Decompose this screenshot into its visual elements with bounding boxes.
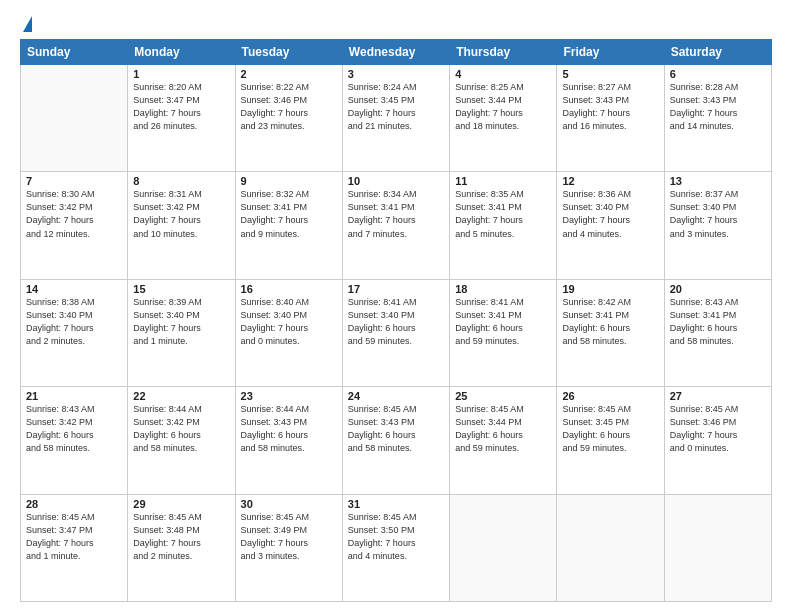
page: SundayMondayTuesdayWednesdayThursdayFrid… bbox=[0, 0, 792, 612]
calendar-cell: 23Sunrise: 8:44 AM Sunset: 3:43 PM Dayli… bbox=[235, 387, 342, 494]
day-info: Sunrise: 8:42 AM Sunset: 3:41 PM Dayligh… bbox=[562, 296, 658, 348]
day-info: Sunrise: 8:40 AM Sunset: 3:40 PM Dayligh… bbox=[241, 296, 337, 348]
day-number: 20 bbox=[670, 283, 766, 295]
day-number: 26 bbox=[562, 390, 658, 402]
calendar-cell: 17Sunrise: 8:41 AM Sunset: 3:40 PM Dayli… bbox=[342, 279, 449, 386]
day-info: Sunrise: 8:45 AM Sunset: 3:43 PM Dayligh… bbox=[348, 403, 444, 455]
calendar-cell: 4Sunrise: 8:25 AM Sunset: 3:44 PM Daylig… bbox=[450, 65, 557, 172]
calendar-cell: 2Sunrise: 8:22 AM Sunset: 3:46 PM Daylig… bbox=[235, 65, 342, 172]
weekday-header-wednesday: Wednesday bbox=[342, 40, 449, 65]
day-number: 21 bbox=[26, 390, 122, 402]
week-row-4: 21Sunrise: 8:43 AM Sunset: 3:42 PM Dayli… bbox=[21, 387, 772, 494]
day-number: 18 bbox=[455, 283, 551, 295]
day-info: Sunrise: 8:41 AM Sunset: 3:40 PM Dayligh… bbox=[348, 296, 444, 348]
day-number: 29 bbox=[133, 498, 229, 510]
day-number: 17 bbox=[348, 283, 444, 295]
logo-triangle-icon bbox=[23, 16, 32, 32]
weekday-header-saturday: Saturday bbox=[664, 40, 771, 65]
day-info: Sunrise: 8:32 AM Sunset: 3:41 PM Dayligh… bbox=[241, 188, 337, 240]
day-info: Sunrise: 8:38 AM Sunset: 3:40 PM Dayligh… bbox=[26, 296, 122, 348]
day-number: 14 bbox=[26, 283, 122, 295]
calendar-cell: 21Sunrise: 8:43 AM Sunset: 3:42 PM Dayli… bbox=[21, 387, 128, 494]
day-info: Sunrise: 8:45 AM Sunset: 3:50 PM Dayligh… bbox=[348, 511, 444, 563]
day-info: Sunrise: 8:41 AM Sunset: 3:41 PM Dayligh… bbox=[455, 296, 551, 348]
calendar-cell: 20Sunrise: 8:43 AM Sunset: 3:41 PM Dayli… bbox=[664, 279, 771, 386]
week-row-3: 14Sunrise: 8:38 AM Sunset: 3:40 PM Dayli… bbox=[21, 279, 772, 386]
logo-blue bbox=[20, 16, 32, 31]
day-number: 16 bbox=[241, 283, 337, 295]
calendar-cell: 1Sunrise: 8:20 AM Sunset: 3:47 PM Daylig… bbox=[128, 65, 235, 172]
week-row-1: 1Sunrise: 8:20 AM Sunset: 3:47 PM Daylig… bbox=[21, 65, 772, 172]
calendar-cell: 18Sunrise: 8:41 AM Sunset: 3:41 PM Dayli… bbox=[450, 279, 557, 386]
calendar-header: SundayMondayTuesdayWednesdayThursdayFrid… bbox=[21, 40, 772, 65]
calendar-cell: 10Sunrise: 8:34 AM Sunset: 3:41 PM Dayli… bbox=[342, 172, 449, 279]
day-info: Sunrise: 8:35 AM Sunset: 3:41 PM Dayligh… bbox=[455, 188, 551, 240]
day-info: Sunrise: 8:22 AM Sunset: 3:46 PM Dayligh… bbox=[241, 81, 337, 133]
calendar-cell: 3Sunrise: 8:24 AM Sunset: 3:45 PM Daylig… bbox=[342, 65, 449, 172]
calendar-cell: 12Sunrise: 8:36 AM Sunset: 3:40 PM Dayli… bbox=[557, 172, 664, 279]
calendar-cell bbox=[557, 494, 664, 601]
day-info: Sunrise: 8:45 AM Sunset: 3:47 PM Dayligh… bbox=[26, 511, 122, 563]
calendar-cell: 5Sunrise: 8:27 AM Sunset: 3:43 PM Daylig… bbox=[557, 65, 664, 172]
calendar-cell: 28Sunrise: 8:45 AM Sunset: 3:47 PM Dayli… bbox=[21, 494, 128, 601]
day-number: 27 bbox=[670, 390, 766, 402]
header bbox=[20, 16, 772, 31]
day-info: Sunrise: 8:44 AM Sunset: 3:43 PM Dayligh… bbox=[241, 403, 337, 455]
weekday-header-sunday: Sunday bbox=[21, 40, 128, 65]
day-info: Sunrise: 8:39 AM Sunset: 3:40 PM Dayligh… bbox=[133, 296, 229, 348]
calendar-cell: 30Sunrise: 8:45 AM Sunset: 3:49 PM Dayli… bbox=[235, 494, 342, 601]
day-info: Sunrise: 8:25 AM Sunset: 3:44 PM Dayligh… bbox=[455, 81, 551, 133]
calendar-cell: 8Sunrise: 8:31 AM Sunset: 3:42 PM Daylig… bbox=[128, 172, 235, 279]
day-number: 7 bbox=[26, 175, 122, 187]
calendar-cell bbox=[21, 65, 128, 172]
calendar-cell: 16Sunrise: 8:40 AM Sunset: 3:40 PM Dayli… bbox=[235, 279, 342, 386]
calendar-cell: 15Sunrise: 8:39 AM Sunset: 3:40 PM Dayli… bbox=[128, 279, 235, 386]
day-number: 28 bbox=[26, 498, 122, 510]
day-number: 24 bbox=[348, 390, 444, 402]
calendar-cell: 24Sunrise: 8:45 AM Sunset: 3:43 PM Dayli… bbox=[342, 387, 449, 494]
calendar-cell: 9Sunrise: 8:32 AM Sunset: 3:41 PM Daylig… bbox=[235, 172, 342, 279]
calendar-cell: 31Sunrise: 8:45 AM Sunset: 3:50 PM Dayli… bbox=[342, 494, 449, 601]
weekday-header-monday: Monday bbox=[128, 40, 235, 65]
calendar-cell: 29Sunrise: 8:45 AM Sunset: 3:48 PM Dayli… bbox=[128, 494, 235, 601]
day-number: 30 bbox=[241, 498, 337, 510]
day-number: 19 bbox=[562, 283, 658, 295]
day-number: 25 bbox=[455, 390, 551, 402]
day-info: Sunrise: 8:36 AM Sunset: 3:40 PM Dayligh… bbox=[562, 188, 658, 240]
day-info: Sunrise: 8:45 AM Sunset: 3:49 PM Dayligh… bbox=[241, 511, 337, 563]
calendar-cell: 6Sunrise: 8:28 AM Sunset: 3:43 PM Daylig… bbox=[664, 65, 771, 172]
day-number: 31 bbox=[348, 498, 444, 510]
day-info: Sunrise: 8:24 AM Sunset: 3:45 PM Dayligh… bbox=[348, 81, 444, 133]
calendar-cell: 27Sunrise: 8:45 AM Sunset: 3:46 PM Dayli… bbox=[664, 387, 771, 494]
calendar-cell: 13Sunrise: 8:37 AM Sunset: 3:40 PM Dayli… bbox=[664, 172, 771, 279]
day-number: 2 bbox=[241, 68, 337, 80]
day-info: Sunrise: 8:45 AM Sunset: 3:46 PM Dayligh… bbox=[670, 403, 766, 455]
week-row-5: 28Sunrise: 8:45 AM Sunset: 3:47 PM Dayli… bbox=[21, 494, 772, 601]
day-info: Sunrise: 8:45 AM Sunset: 3:44 PM Dayligh… bbox=[455, 403, 551, 455]
day-number: 5 bbox=[562, 68, 658, 80]
day-number: 22 bbox=[133, 390, 229, 402]
calendar-cell: 22Sunrise: 8:44 AM Sunset: 3:42 PM Dayli… bbox=[128, 387, 235, 494]
day-number: 3 bbox=[348, 68, 444, 80]
logo bbox=[20, 16, 32, 31]
calendar-cell: 11Sunrise: 8:35 AM Sunset: 3:41 PM Dayli… bbox=[450, 172, 557, 279]
calendar-cell: 14Sunrise: 8:38 AM Sunset: 3:40 PM Dayli… bbox=[21, 279, 128, 386]
day-info: Sunrise: 8:45 AM Sunset: 3:48 PM Dayligh… bbox=[133, 511, 229, 563]
day-number: 13 bbox=[670, 175, 766, 187]
day-number: 11 bbox=[455, 175, 551, 187]
day-info: Sunrise: 8:27 AM Sunset: 3:43 PM Dayligh… bbox=[562, 81, 658, 133]
calendar-cell: 26Sunrise: 8:45 AM Sunset: 3:45 PM Dayli… bbox=[557, 387, 664, 494]
calendar-table: SundayMondayTuesdayWednesdayThursdayFrid… bbox=[20, 39, 772, 602]
day-info: Sunrise: 8:28 AM Sunset: 3:43 PM Dayligh… bbox=[670, 81, 766, 133]
day-number: 12 bbox=[562, 175, 658, 187]
day-number: 10 bbox=[348, 175, 444, 187]
weekday-header-thursday: Thursday bbox=[450, 40, 557, 65]
day-number: 9 bbox=[241, 175, 337, 187]
day-number: 4 bbox=[455, 68, 551, 80]
day-number: 8 bbox=[133, 175, 229, 187]
day-number: 1 bbox=[133, 68, 229, 80]
day-info: Sunrise: 8:20 AM Sunset: 3:47 PM Dayligh… bbox=[133, 81, 229, 133]
weekday-header-friday: Friday bbox=[557, 40, 664, 65]
day-info: Sunrise: 8:30 AM Sunset: 3:42 PM Dayligh… bbox=[26, 188, 122, 240]
day-info: Sunrise: 8:45 AM Sunset: 3:45 PM Dayligh… bbox=[562, 403, 658, 455]
